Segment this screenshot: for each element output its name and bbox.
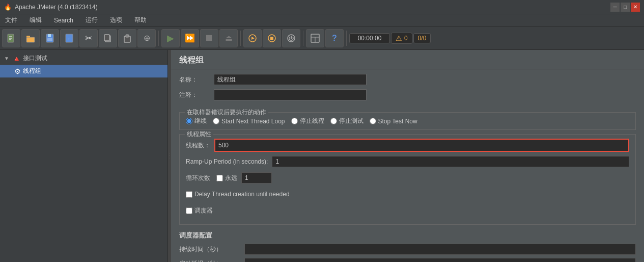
svg-rect-12 (104, 35, 109, 41)
toolbar-sep-4 (346, 31, 347, 46)
shutdown-button[interactable]: ⏏ (219, 29, 238, 47)
maximize-button[interactable]: □ (621, 3, 630, 12)
action-box: 在取样器错误后要执行的动作 继续 Start Next Thread Loop … (179, 112, 636, 130)
content-area: 线程组 名称： 注释： 在取样器错误后要执行的动作 继续 (171, 50, 644, 262)
menu-file[interactable]: 文件 (2, 15, 20, 25)
templates-button[interactable] (306, 29, 324, 47)
radio-continue-input[interactable] (186, 118, 192, 124)
timer-display: 00:00:00 (349, 33, 390, 43)
delay-thread-input[interactable] (186, 191, 192, 198)
scheduler-checkbox[interactable]: 调度器 (186, 206, 213, 215)
expand-arrow-icon: ▼ (4, 56, 9, 61)
duration-input[interactable] (244, 244, 636, 255)
comment-row: 注释： (179, 89, 636, 101)
app-icon: 🔥 (4, 4, 12, 11)
start-button[interactable]: ▶ (161, 29, 180, 47)
title-text: Apache JMeter (4.0 r1823414) (15, 4, 98, 11)
remote-stop-button[interactable] (263, 29, 281, 47)
scheduler-config-title: 调度器配置 (179, 231, 636, 240)
cut-button[interactable]: ✂ (79, 29, 98, 47)
ramp-up-row: Ramp-Up Period (in seconds): (186, 155, 629, 168)
open-button[interactable] (21, 29, 40, 47)
menu-options[interactable]: 选项 (107, 15, 125, 25)
svg-rect-5 (26, 37, 35, 42)
radio-stop-test-input[interactable] (330, 118, 337, 124)
thread-group-icon: ⚙ (14, 67, 21, 75)
sidebar: ▼ 🔺 接口测试 ⚙ 线程组 (0, 50, 168, 262)
scheduler-label: 调度器 (194, 206, 213, 215)
minimize-button[interactable]: ─ (610, 3, 620, 12)
delay-thread-checkbox[interactable]: Delay Thread creation until needed (186, 191, 290, 198)
save-as-button[interactable]: + (60, 29, 78, 47)
radio-stop-test[interactable]: 停止测试 (330, 117, 363, 125)
duration-row: 持续时间（秒） (179, 243, 636, 255)
start-delay-row: 启动延迟（秒） (179, 257, 636, 262)
content-title: 线程组 (179, 55, 636, 66)
main-layout: ▼ 🔺 接口测试 ⚙ 线程组 · · · 线程组 名称： 注释： (0, 50, 644, 262)
sidebar-root-label: 接口测试 (23, 54, 47, 63)
svg-rect-14 (126, 35, 129, 37)
error-badge: 0/0 (413, 33, 431, 43)
radio-start-next[interactable]: Start Next Thread Loop (213, 118, 285, 125)
loop-count-label: 循环次数 (186, 174, 210, 182)
scheduler-input[interactable] (186, 207, 192, 214)
start-delay-label: 启动延迟（秒） (179, 259, 240, 263)
delay-thread-label: Delay Thread creation until needed (194, 191, 290, 198)
content-header: 线程组 (171, 50, 644, 69)
sidebar-item-root[interactable]: ▼ 🔺 接口测试 (0, 52, 167, 65)
remote-shutdown-button[interactable] (282, 29, 300, 47)
radio-stop-thread[interactable]: 停止线程 (291, 117, 324, 125)
start-no-pause-button[interactable]: ⏩ (181, 29, 199, 47)
radio-continue-label: 继续 (194, 117, 207, 125)
menu-run[interactable]: 运行 (82, 15, 101, 25)
name-input[interactable] (214, 74, 367, 85)
radio-stop-test-now-input[interactable] (370, 118, 376, 124)
thread-props-title: 线程属性 (185, 130, 213, 139)
radio-continue[interactable]: 继续 (186, 117, 207, 125)
loop-count-input[interactable] (241, 172, 272, 184)
remote-start-button[interactable] (243, 29, 262, 47)
delay-thread-row: Delay Thread creation until needed (186, 188, 629, 201)
new-button[interactable] (2, 29, 20, 47)
test-plan-icon: 🔺 (12, 55, 21, 63)
save-button[interactable] (41, 29, 59, 47)
svg-rect-7 (48, 34, 51, 37)
copy-button[interactable] (99, 29, 117, 47)
toolbar-sep-1 (158, 31, 159, 46)
toolbar-sep-3 (303, 31, 303, 46)
radio-stop-test-label: 停止测试 (339, 117, 363, 125)
start-delay-input[interactable] (244, 258, 636, 262)
loop-forever-checkbox[interactable]: 永远 (216, 174, 237, 182)
toolbar: + ✂ ⊕ ▶ ⏩ ⏹ ⏏ (0, 27, 644, 50)
warning-badge: ⚠ 0 (391, 33, 412, 44)
loop-forever-input[interactable] (216, 175, 223, 181)
comment-label: 注释： (179, 91, 210, 99)
menu-help[interactable]: 帮助 (131, 15, 150, 25)
radio-stop-thread-input[interactable] (291, 118, 298, 124)
toolbar-sep-2 (240, 31, 241, 46)
expand-button[interactable]: ⊕ (137, 29, 156, 47)
radio-stop-thread-label: 停止线程 (300, 117, 324, 125)
action-box-title: 在取样器错误后要执行的动作 (185, 108, 268, 117)
help-button[interactable]: ? (325, 29, 344, 47)
close-button[interactable]: ✕ (631, 3, 640, 12)
paste-button[interactable] (118, 29, 136, 47)
menu-bar: 文件 编辑 Search 运行 选项 帮助 (0, 14, 644, 27)
ramp-up-input[interactable] (272, 156, 629, 167)
svg-rect-8 (47, 38, 52, 41)
thread-count-row: 线程数： (186, 139, 629, 152)
ramp-up-label: Ramp-Up Period (in seconds): (186, 158, 268, 165)
comment-input[interactable] (214, 89, 367, 100)
radio-start-next-input[interactable] (213, 118, 219, 124)
thread-props-box: 线程属性 线程数： Ramp-Up Period (in seconds): 循… (179, 134, 636, 225)
window-controls: ─ □ ✕ (610, 3, 640, 12)
name-row: 名称： (179, 73, 636, 86)
menu-search[interactable]: Search (51, 16, 76, 25)
scheduler-row: 调度器 (186, 204, 629, 217)
menu-edit[interactable]: 编辑 (26, 15, 45, 25)
stop-button[interactable]: ⏹ (200, 29, 218, 47)
svg-text:+: + (68, 37, 70, 41)
thread-count-input[interactable] (214, 139, 629, 152)
sidebar-item-thread-group[interactable]: ⚙ 线程组 (0, 65, 167, 77)
radio-stop-test-now[interactable]: Stop Test Now (370, 118, 417, 125)
